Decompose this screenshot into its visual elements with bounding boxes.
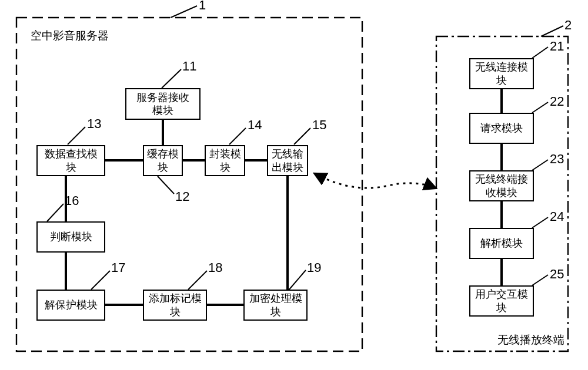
module-15-label: 无线输出模块 bbox=[272, 147, 303, 174]
ref-18: 18 bbox=[208, 260, 222, 275]
module-25: 用户交互模块 bbox=[469, 285, 534, 317]
module-11: 服务器接收模块 bbox=[125, 88, 201, 120]
ref-25: 25 bbox=[550, 267, 564, 282]
svg-line-26 bbox=[532, 47, 548, 58]
ref-12: 12 bbox=[175, 189, 189, 204]
module-23: 无线终端接收模块 bbox=[469, 170, 534, 201]
ref-16: 16 bbox=[65, 193, 79, 208]
module-11-label: 服务器接收模块 bbox=[136, 91, 189, 117]
svg-line-16 bbox=[294, 128, 310, 144]
module-18-label: 添加标记模块 bbox=[149, 292, 202, 318]
svg-line-18 bbox=[47, 204, 64, 221]
module-23-label: 无线终端接收模块 bbox=[475, 173, 528, 199]
svg-line-20 bbox=[188, 271, 207, 290]
ref-23: 23 bbox=[550, 152, 564, 167]
svg-line-29 bbox=[532, 217, 548, 228]
svg-line-14 bbox=[68, 127, 85, 144]
ref-17: 17 bbox=[111, 260, 125, 275]
module-14-label: 封装模块 bbox=[209, 147, 241, 174]
module-24-label: 解析模块 bbox=[480, 237, 523, 250]
module-15: 无线输出模块 bbox=[267, 145, 308, 176]
module-21-label: 无线连接模块 bbox=[475, 60, 528, 87]
module-16-label: 判断模块 bbox=[50, 230, 92, 244]
module-13: 数据查找模块 bbox=[36, 145, 105, 176]
svg-line-13 bbox=[162, 69, 181, 88]
ref-13: 13 bbox=[87, 116, 101, 132]
ref-22: 22 bbox=[550, 94, 564, 109]
ref-2: 2 bbox=[564, 18, 572, 33]
module-18: 添加标记模块 bbox=[143, 290, 207, 321]
diagram-canvas: 空中影音服务器 1 2 无线播放终端 服务器接收模块 11 缓存模块 12 数据… bbox=[0, 0, 588, 370]
svg-line-21 bbox=[288, 270, 306, 291]
terminal-container-title: 无线播放终端 bbox=[497, 332, 564, 348]
svg-line-19 bbox=[91, 271, 110, 290]
svg-line-3 bbox=[541, 26, 563, 36]
ref-14: 14 bbox=[248, 117, 262, 133]
svg-line-27 bbox=[532, 102, 548, 113]
module-12-label: 缓存模块 bbox=[147, 147, 179, 174]
module-22: 请求模块 bbox=[469, 113, 534, 144]
module-19-label: 加密处理模块 bbox=[249, 292, 302, 318]
module-17: 解保护模块 bbox=[36, 290, 105, 321]
module-22-label: 请求模块 bbox=[480, 122, 523, 135]
ref-15: 15 bbox=[312, 117, 326, 133]
ref-24: 24 bbox=[550, 209, 564, 224]
svg-line-15 bbox=[229, 128, 246, 144]
ref-11: 11 bbox=[182, 59, 196, 74]
svg-line-30 bbox=[532, 275, 548, 285]
ref-21: 21 bbox=[550, 39, 564, 54]
ref-19: 19 bbox=[307, 260, 321, 275]
module-16: 判断模块 bbox=[36, 221, 105, 253]
module-19: 加密处理模块 bbox=[243, 290, 308, 321]
module-13-label: 数据查找模块 bbox=[45, 147, 98, 174]
module-12: 缓存模块 bbox=[143, 145, 183, 176]
svg-line-2 bbox=[171, 6, 197, 18]
svg-line-17 bbox=[158, 176, 174, 194]
module-25-label: 用户交互模块 bbox=[475, 288, 528, 314]
server-container-title: 空中影音服务器 bbox=[31, 28, 109, 43]
svg-line-28 bbox=[532, 160, 548, 170]
module-21: 无线连接模块 bbox=[469, 58, 534, 89]
module-24: 解析模块 bbox=[469, 228, 534, 259]
module-14: 封装模块 bbox=[205, 145, 245, 176]
module-17-label: 解保护模块 bbox=[45, 298, 98, 312]
ref-1: 1 bbox=[199, 0, 206, 13]
